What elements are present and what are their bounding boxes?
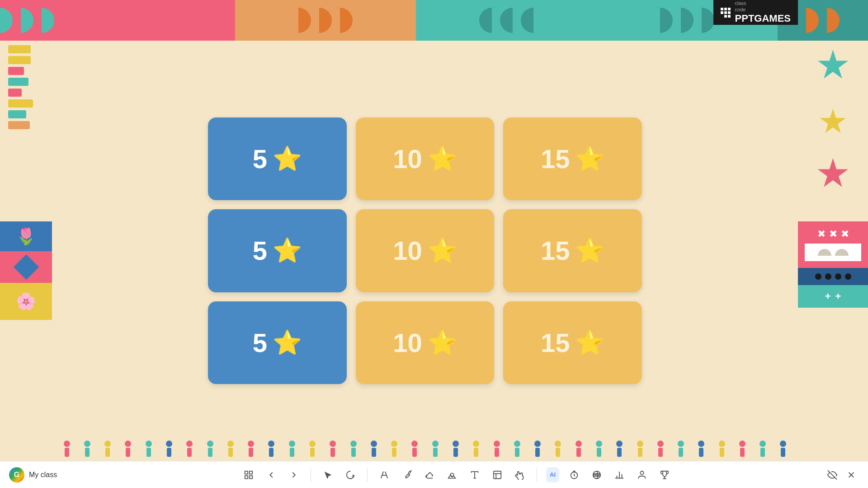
card-5-blue-1[interactable]: 5 ⭐ bbox=[208, 117, 347, 200]
taskbar-center: AI bbox=[104, 467, 809, 483]
person-figure bbox=[101, 441, 114, 459]
back-button[interactable] bbox=[264, 467, 279, 483]
card-value: 5 bbox=[253, 144, 267, 174]
person-figure bbox=[510, 441, 524, 459]
divider bbox=[311, 468, 311, 482]
card-15-yellow-1[interactable]: 15 ⭐ bbox=[503, 117, 642, 200]
google-icon: G bbox=[9, 467, 24, 483]
globe-button[interactable] bbox=[589, 467, 604, 483]
svg-rect-1 bbox=[250, 471, 252, 474]
forward-button[interactable] bbox=[286, 467, 302, 483]
person-figure bbox=[715, 441, 728, 459]
person-figure bbox=[203, 441, 217, 459]
card-10-yellow-1[interactable]: 10 ⭐ bbox=[356, 117, 495, 200]
logo-area: classcode PPTGAMES bbox=[713, 0, 798, 25]
ai-button[interactable]: AI bbox=[546, 467, 559, 483]
bottom-bar: .bottom-bar { display: flex; align-items… bbox=[52, 438, 798, 461]
timer-button[interactable] bbox=[566, 467, 582, 483]
person-figure bbox=[470, 441, 483, 459]
cross-icon: ✖ bbox=[817, 228, 826, 240]
dot-row bbox=[815, 273, 851, 280]
person-figure bbox=[572, 441, 585, 459]
shapes-tool-button[interactable] bbox=[444, 467, 460, 483]
flower-icon: 🌸 bbox=[16, 292, 36, 311]
stripe-pink bbox=[8, 67, 24, 75]
text-tool-button[interactable] bbox=[377, 467, 392, 483]
hide-button[interactable] bbox=[825, 467, 840, 483]
stripe-teal bbox=[8, 110, 26, 118]
person-figure bbox=[613, 441, 626, 459]
cross-icons-row: ✖ ✖ ✖ bbox=[805, 228, 861, 240]
hand-tool-button[interactable] bbox=[512, 467, 528, 483]
lasso-tool-button[interactable] bbox=[343, 467, 358, 483]
person-figure bbox=[347, 441, 360, 459]
person-figure bbox=[162, 441, 175, 459]
star-icon: ⭐ bbox=[575, 329, 604, 357]
text-insert-button[interactable] bbox=[467, 467, 482, 483]
person-figure bbox=[80, 441, 94, 459]
card-10-yellow-2[interactable]: 10 ⭐ bbox=[356, 209, 495, 292]
cross-icon: ✖ bbox=[829, 228, 837, 240]
chart-button[interactable] bbox=[612, 467, 627, 483]
person-figure bbox=[388, 441, 401, 459]
taskbar-right bbox=[814, 467, 859, 483]
eraser-tool-button[interactable] bbox=[422, 467, 437, 483]
card-value: 5 bbox=[253, 235, 267, 266]
top-segment-peach bbox=[235, 0, 416, 41]
card-5-blue-3[interactable]: 5 ⭐ bbox=[208, 301, 347, 384]
card-15-yellow-3[interactable]: 15 ⭐ bbox=[503, 301, 642, 384]
top-segment-teal bbox=[416, 0, 597, 41]
pptgames-label: PPTGAMES bbox=[735, 13, 791, 24]
trophy-button[interactable] bbox=[657, 467, 672, 483]
svg-rect-0 bbox=[245, 471, 248, 474]
person-figure bbox=[326, 441, 340, 459]
grid-view-button[interactable] bbox=[241, 467, 256, 483]
person-figure bbox=[490, 441, 503, 459]
dot bbox=[835, 273, 841, 280]
plus-icon: + bbox=[835, 291, 841, 302]
card-value: 5 bbox=[253, 328, 267, 358]
person-figure bbox=[408, 441, 421, 459]
person-figure bbox=[224, 441, 237, 459]
taskbar: G My class bbox=[0, 461, 868, 488]
note-button[interactable] bbox=[490, 467, 505, 483]
star-icon: ⭐ bbox=[273, 237, 302, 264]
person-figure bbox=[695, 441, 708, 459]
stripe-peach bbox=[8, 121, 30, 129]
star-teal-icon bbox=[817, 50, 849, 81]
star-icon: ⭐ bbox=[428, 237, 457, 264]
right-half-circles bbox=[805, 244, 861, 261]
star-pink-icon bbox=[817, 158, 849, 190]
pen-tool-button[interactable] bbox=[399, 467, 415, 483]
person-figure bbox=[285, 441, 298, 459]
card-15-yellow-2[interactable]: 15 ⭐ bbox=[503, 209, 642, 292]
right-dark-section bbox=[798, 268, 868, 285]
stripe-yellow bbox=[8, 99, 33, 108]
dot bbox=[845, 273, 851, 280]
svg-rect-2 bbox=[245, 475, 248, 478]
card-value: 10 bbox=[393, 144, 422, 174]
svg-rect-10 bbox=[494, 471, 501, 479]
close-button[interactable] bbox=[844, 467, 859, 483]
logo-text: classcode PPTGAMES bbox=[735, 0, 791, 24]
person-figure bbox=[183, 441, 196, 459]
cross-icon: ✖ bbox=[841, 228, 849, 240]
person-figure bbox=[777, 441, 790, 459]
person-figure bbox=[122, 441, 135, 459]
person-figure bbox=[60, 441, 73, 459]
person-figure bbox=[245, 441, 258, 459]
card-value: 15 bbox=[541, 235, 570, 266]
card-10-yellow-3[interactable]: 10 ⭐ bbox=[356, 301, 495, 384]
card-value: 15 bbox=[541, 144, 570, 174]
person-button[interactable] bbox=[634, 467, 650, 483]
card-5-blue-2[interactable]: 5 ⭐ bbox=[208, 209, 347, 292]
sidebar-pink-box bbox=[0, 251, 52, 283]
star-yellow-icon bbox=[820, 108, 847, 136]
stripe-pink bbox=[8, 89, 22, 97]
cards-grid: 5 ⭐ 10 ⭐ 15 ⭐ 5 ⭐ 10 ⭐ 15 ⭐ 5 ⭐ 10 bbox=[208, 117, 642, 384]
cursor-tool-button[interactable] bbox=[320, 467, 335, 483]
main-content: 5 ⭐ 10 ⭐ 15 ⭐ 5 ⭐ 10 ⭐ 15 ⭐ 5 ⭐ 10 bbox=[52, 41, 798, 461]
diamond-icon bbox=[13, 254, 39, 280]
ai-label: AI bbox=[550, 471, 556, 478]
person-figure bbox=[552, 441, 565, 459]
